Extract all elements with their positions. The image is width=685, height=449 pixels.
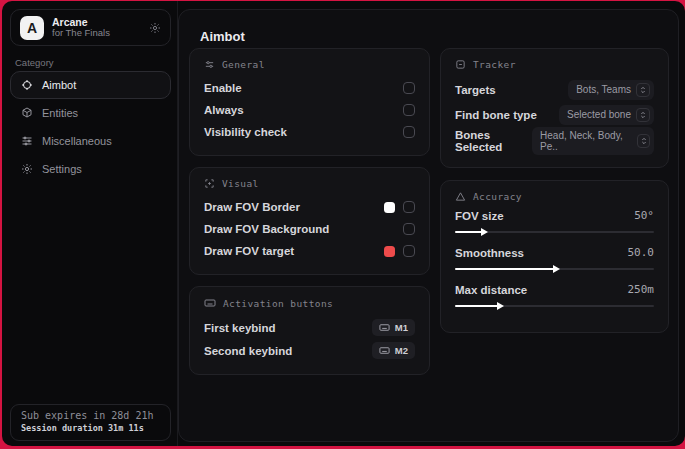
slider-row-max-distance: Max distance 250m (455, 283, 654, 307)
slider-value: 50.0 (628, 246, 655, 259)
card-title: Visual (222, 178, 259, 189)
select-value: Head, Neck, Body, Pe.. (540, 130, 632, 152)
triangle-icon (455, 191, 466, 202)
category-label: Category (15, 57, 54, 68)
app-window: A Arcane for The Finals Category (2, 1, 685, 446)
visibility-check-checkbox[interactable] (403, 126, 415, 138)
gear-icon[interactable] (149, 22, 161, 34)
app-subtitle: for The Finals (52, 28, 141, 39)
card-title: Accuracy (473, 191, 522, 202)
keybind-value: M2 (395, 345, 408, 356)
always-checkbox[interactable] (403, 104, 415, 116)
crosshair-icon (21, 79, 33, 91)
setting-label: Draw FOV target (204, 245, 294, 257)
max-distance-slider[interactable] (455, 305, 654, 307)
sidebar-nav: Aimbot Entities Miscellaneous (10, 71, 171, 183)
cube-icon (21, 107, 33, 119)
card-title: Activation buttons (223, 298, 333, 309)
setting-label: Draw FOV Background (204, 223, 329, 235)
slider-thumb[interactable] (481, 228, 488, 236)
unfold-icon (637, 134, 650, 148)
keybind-value: M1 (395, 322, 408, 333)
keyboard-icon (204, 297, 216, 309)
sidebar-item-label: Entities (42, 107, 78, 119)
gear-icon (21, 163, 33, 175)
main-panel: Aimbot General Enable (178, 9, 679, 442)
tracker-row-targets: Targets Bots, Teams (455, 77, 654, 102)
setting-label: Visibility check (204, 126, 287, 138)
setting-label: Bones Selected (455, 129, 532, 153)
sidebar-item-miscellaneous[interactable]: Miscellaneous (10, 127, 171, 155)
keyboard-icon (379, 322, 390, 333)
fov-target-color-swatch[interactable] (384, 246, 395, 257)
setting-label: Find bone type (455, 109, 537, 121)
second-keybind-button[interactable]: M2 (372, 342, 415, 359)
keyboard-icon (379, 345, 390, 356)
sidebar-item-label: Miscellaneous (42, 135, 112, 147)
setting-label: Targets (455, 84, 496, 96)
activation-buttons-card: Activation buttons First keybind M1 (189, 286, 430, 375)
visual-card: Visual Draw FOV Border Draw FOV Backgrou… (189, 167, 430, 275)
sidebar-item-settings[interactable]: Settings (10, 155, 171, 183)
slider-row-fov-size: FOV size 50° (455, 209, 654, 233)
tracker-row-bones-selected: Bones Selected Head, Neck, Body, Pe.. (455, 127, 654, 155)
sidebar-item-label: Aimbot (42, 79, 76, 91)
tracker-row-find-bone-type: Find bone type Selected bone (455, 102, 654, 127)
slider-value: 250m (628, 283, 655, 296)
unfold-icon (636, 108, 650, 122)
setting-label: Enable (204, 82, 242, 94)
unfold-icon (636, 83, 650, 97)
sidebar-item-entities[interactable]: Entities (10, 99, 171, 127)
setting-label: Smoothness (455, 247, 524, 259)
setting-label: Always (204, 104, 244, 116)
targets-select[interactable]: Bots, Teams (568, 80, 654, 100)
app-logo: A (20, 16, 44, 40)
fov-border-checkbox[interactable] (403, 201, 415, 213)
setting-label: FOV size (455, 210, 504, 222)
card-title: Tracker (473, 59, 516, 70)
setting-label: Max distance (455, 284, 527, 296)
select-value: Selected bone (567, 109, 631, 120)
sidebar-item-label: Settings (42, 163, 82, 175)
slider-thumb[interactable] (497, 302, 504, 310)
fov-border-color-swatch[interactable] (384, 202, 395, 213)
scan-icon (204, 178, 215, 189)
tune-icon (204, 59, 215, 70)
setting-row-fov-target: Draw FOV target (204, 240, 415, 262)
fov-background-checkbox[interactable] (403, 223, 415, 235)
setting-label: First keybind (204, 322, 276, 334)
slider-thumb[interactable] (553, 265, 560, 273)
tracker-card: Tracker Targets Bots, Teams (440, 48, 669, 168)
card-title: General (222, 59, 265, 70)
keybind-row-second: Second keybind M2 (204, 339, 415, 362)
session-duration-text: Session duration 31m 11s (21, 423, 160, 433)
slider-value: 50° (634, 209, 654, 222)
setting-row-fov-border: Draw FOV Border (204, 196, 415, 218)
fov-target-checkbox[interactable] (403, 245, 415, 257)
bones-selected-select[interactable]: Head, Neck, Body, Pe.. (532, 127, 654, 155)
first-keybind-button[interactable]: M1 (372, 319, 415, 336)
smoothness-slider[interactable] (455, 268, 654, 270)
setting-row-visibility-check: Visibility check (204, 121, 415, 143)
sub-expiry-text: Sub expires in 28d 21h (21, 410, 160, 421)
sidebar-item-aimbot[interactable]: Aimbot (10, 71, 171, 99)
sidebar: A Arcane for The Finals Category (2, 1, 178, 446)
setting-label: Second keybind (204, 345, 292, 357)
box-minus-icon (455, 59, 466, 70)
keybind-row-first: First keybind M1 (204, 316, 415, 339)
setting-row-always: Always (204, 99, 415, 121)
sliders-icon (21, 135, 33, 147)
subscription-card: Sub expires in 28d 21h Session duration … (10, 404, 171, 441)
app-header-card: A Arcane for The Finals (10, 9, 171, 46)
slider-row-smoothness: Smoothness 50.0 (455, 246, 654, 270)
find-bone-type-select[interactable]: Selected bone (559, 105, 654, 125)
select-value: Bots, Teams (576, 84, 631, 95)
enable-checkbox[interactable] (403, 82, 415, 94)
fov-size-slider[interactable] (455, 231, 654, 233)
general-card: General Enable Always Visibility check (189, 48, 430, 156)
setting-row-fov-background: Draw FOV Background (204, 218, 415, 240)
page-title: Aimbot (200, 29, 245, 44)
setting-label: Draw FOV Border (204, 201, 300, 213)
accuracy-card: Accuracy FOV size 50° (440, 180, 669, 333)
setting-row-enable: Enable (204, 77, 415, 99)
